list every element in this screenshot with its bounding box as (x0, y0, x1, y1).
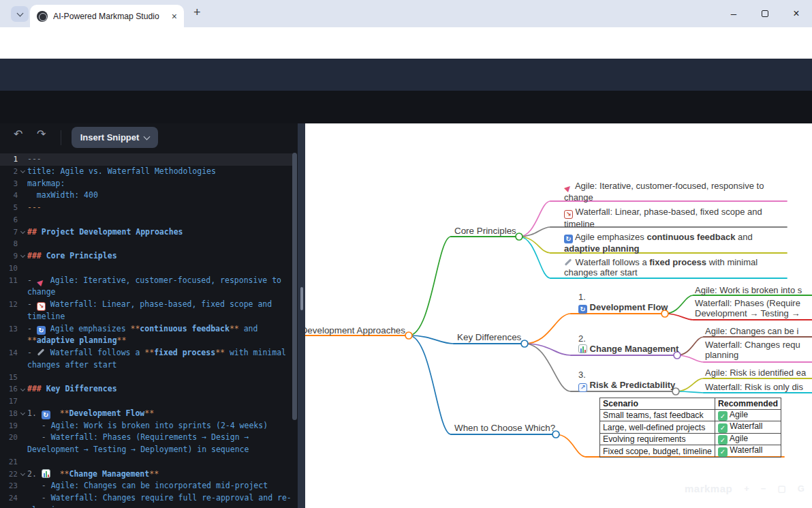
mindmap-pane[interactable]: Development ApproachesCore PrinciplesKey… (305, 123, 812, 508)
table-header-row: ScenarioRecommended (600, 398, 781, 410)
line-number (0, 505, 18, 508)
fold-gutter (18, 263, 27, 275)
map-node-branch-core-principles[interactable]: Core Principles (454, 226, 516, 236)
recommended-cell: ✓ Agile (715, 433, 781, 445)
map-node-leaf-waterfall-risk[interactable]: Waterfall: Risk is only dis (705, 382, 803, 392)
window-minimize-button[interactable]: – (718, 0, 749, 27)
line-number: 14 (0, 347, 18, 359)
watermark-button-3[interactable]: G (798, 483, 805, 494)
map-node-root-development-approaches[interactable]: Development Approaches (305, 325, 405, 335)
code-line: 24 - Waterfall: Changes require full re-… (0, 492, 293, 505)
code-line: 23 - Agile: Changes can be incorporated … (0, 480, 293, 492)
code-line: **adaptive planning** (0, 335, 293, 347)
mindmap-link (676, 391, 704, 393)
code-text: - Agile: Work is broken into sprints (2-… (27, 420, 293, 432)
line-number: 15 (0, 372, 18, 384)
fold-gutter[interactable] (18, 226, 27, 239)
markmap-brand[interactable]: markmap (685, 483, 732, 494)
line-number: 22 (0, 468, 18, 481)
map-node-leaf-waterfall-phases[interactable]: Waterfall: Phases (RequireDevelopment → … (695, 298, 800, 319)
code-editor[interactable]: 1---2title: Agile vs. Waterfall Methodol… (0, 153, 293, 508)
code-text: - Agile: Changes can be incorporated mid… (27, 480, 293, 492)
undo-icon[interactable]: ↶ (14, 128, 22, 140)
map-node-leaf-agile-sprints[interactable]: Agile: Work is broken into s (695, 285, 802, 295)
fold-gutter[interactable] (18, 383, 27, 395)
check-icon: ✓ (718, 447, 728, 457)
table-row: Fixed scope, budget, timeline✓ Waterfall (600, 445, 781, 458)
chartdown-icon: ↘ (564, 210, 573, 219)
line-number: 23 (0, 480, 18, 492)
code-text: - Waterfall: Phases (Requirements → Desi… (27, 432, 293, 444)
chevron-down-icon (16, 10, 23, 16)
code-text: title: Agile vs. Waterfall Methodologies (27, 166, 293, 178)
map-node-leaf-agile-changes[interactable]: Agile: Changes can be i (705, 326, 798, 336)
fold-chevron-icon (20, 253, 25, 258)
redo-icon[interactable]: ↷ (37, 128, 46, 140)
fold-gutter[interactable] (18, 166, 27, 178)
scenario-cell: Large, well-defined projects (600, 421, 715, 434)
map-node-item-risk-predictability[interactable]: ↗ Risk & Predictability (578, 380, 675, 392)
window-close-button[interactable]: × (781, 0, 812, 27)
fold-gutter (18, 286, 27, 299)
repeat-icon: ↻ (564, 235, 573, 243)
watermark-button-0[interactable]: + (744, 483, 749, 494)
tab-close-icon[interactable]: × (172, 12, 177, 21)
code-text: maxWidth: 400 (27, 190, 293, 202)
code-line: changes after start (0, 359, 293, 372)
fold-gutter[interactable] (18, 250, 27, 263)
markdown-editor-pane: ↶ ↷ Insert Snippet 1---2title: Agile vs.… (0, 123, 298, 508)
line-number (0, 286, 18, 299)
code-line: 12- ↘ Waterfall: Linear, phase-based, fi… (0, 299, 293, 311)
map-node-leaf-agile-iterative[interactable]: ▲ Agile: Iterative, customer-focused, re… (564, 181, 764, 203)
check-icon: ✓ (718, 435, 728, 445)
mindmap-link (556, 434, 586, 457)
fold-gutter (18, 444, 27, 456)
map-node-leaf-waterfall-fixed[interactable]: Waterfall follows a fixed process with m… (564, 257, 758, 278)
pane-divider[interactable] (298, 123, 305, 508)
line-number: 10 (0, 263, 18, 275)
fold-chevron-icon (20, 229, 25, 234)
code-line: 5--- (0, 202, 293, 214)
line-number: 3 (0, 178, 18, 190)
line-number: 21 (0, 456, 18, 468)
mindmap-link (525, 344, 571, 391)
fold-gutter[interactable] (18, 468, 27, 481)
node-toggle-circle[interactable] (516, 233, 522, 240)
node-toggle-circle[interactable] (521, 340, 528, 347)
fold-gutter (18, 275, 27, 287)
map-node-branch-key-differences[interactable]: Key Differences (457, 332, 521, 342)
fold-gutter (18, 347, 27, 359)
browser-window: AI-Powered Markmap Studio × + – × ← → ↻ … (0, 0, 812, 508)
map-node-item-development-flow[interactable]: ↻ Development Flow (578, 302, 668, 314)
new-tab-button[interactable]: + (193, 5, 201, 20)
code-text: Development → Testing → Deployment) in s… (27, 444, 293, 456)
barchart-icon (42, 469, 50, 478)
line-number (0, 311, 18, 323)
map-node-leaf-agile-risk[interactable]: Agile: Risk is identified ea (705, 368, 806, 378)
editor-scrollbar[interactable] (292, 153, 297, 420)
browser-tab[interactable]: AI-Powered Markmap Studio × (30, 5, 184, 27)
map-node-branch-when-to-choose[interactable]: When to Choose Which? (454, 423, 555, 433)
map-node-leaf-waterfall-linear[interactable]: ↘ Waterfall: Linear, phase-based, fixed … (564, 207, 762, 229)
code-text (27, 395, 293, 408)
fold-gutter[interactable] (18, 408, 27, 420)
mindmap-link (665, 295, 693, 314)
map-node-item-change-management[interactable]: Change Management (578, 344, 678, 354)
map-node-leaf-waterfall-changes[interactable]: Waterfall: Changes requplanning (705, 340, 800, 361)
line-number: 1 (0, 153, 18, 166)
table-header-scenario: Scenario (600, 398, 715, 410)
insert-snippet-button[interactable]: Insert Snippet (72, 127, 158, 148)
line-number: 4 (0, 190, 18, 202)
code-text: - ▲ Agile: Iterative, customer-focused, … (27, 275, 293, 287)
watermark-button-1[interactable]: − (761, 483, 766, 494)
divider-drag-handle[interactable] (300, 287, 303, 310)
line-number: 13 (0, 323, 18, 335)
window-maximize-button[interactable] (749, 0, 781, 27)
code-text (27, 456, 293, 468)
node-toggle-circle[interactable] (405, 332, 412, 339)
code-text: - Waterfall: Changes require full re-app… (27, 492, 293, 505)
map-node-leaf-agile-feedback[interactable]: ↻ Agile emphasizes continuous feedback a… (564, 232, 753, 254)
watermark-button-2[interactable]: ▢ (777, 483, 785, 494)
code-text (27, 372, 293, 384)
tab-search-button[interactable] (11, 6, 29, 22)
